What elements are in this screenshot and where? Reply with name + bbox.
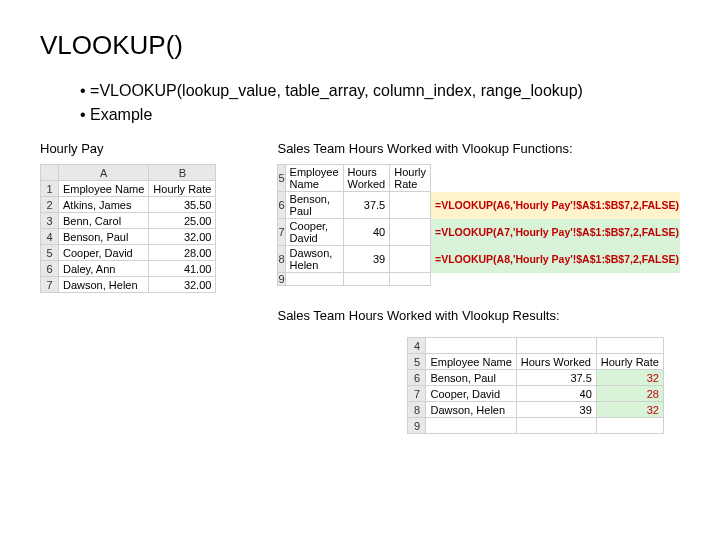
row-num: 9 bbox=[408, 418, 426, 434]
data-cell: 37.5 bbox=[343, 192, 390, 219]
data-cell: Benson, Paul bbox=[59, 229, 149, 245]
data-cell: Benn, Carol bbox=[59, 213, 149, 229]
empty-cell bbox=[596, 338, 663, 354]
header-cell: Hours Worked bbox=[516, 354, 596, 370]
header-cell: Employee Name bbox=[59, 181, 149, 197]
formula-suffix: ,'Hourly Pay'!$A$1:$B$7,2,FALSE) bbox=[510, 253, 679, 265]
row-num: 7 bbox=[41, 277, 59, 293]
formula-ref: A6 bbox=[497, 199, 510, 211]
row-num: 2 bbox=[41, 197, 59, 213]
row-num: 9 bbox=[278, 273, 285, 286]
row-num: 5 bbox=[278, 165, 285, 192]
table-functions: 5 Employee Name Hours Worked Hourly Rate… bbox=[277, 164, 680, 286]
page-title: VLOOKUP() bbox=[40, 30, 680, 61]
data-cell: Dawson, Helen bbox=[285, 246, 343, 273]
result-cell: 32 bbox=[596, 402, 663, 418]
data-cell: Benson, Paul bbox=[426, 370, 516, 386]
header-cell: Employee Name bbox=[285, 165, 343, 192]
data-cell: 40 bbox=[516, 386, 596, 402]
formula-ref: A7 bbox=[497, 226, 510, 238]
row-num: 3 bbox=[41, 213, 59, 229]
data-cell: 32.00 bbox=[149, 229, 216, 245]
data-cell: Daley, Ann bbox=[59, 261, 149, 277]
data-cell: Dawson, Helen bbox=[59, 277, 149, 293]
result-cell: 32 bbox=[596, 370, 663, 386]
table-results: 4 5Employee NameHours WorkedHourly Rate … bbox=[407, 337, 663, 434]
empty-cell bbox=[426, 338, 516, 354]
data-cell: Dawson, Helen bbox=[426, 402, 516, 418]
formula-cell: =VLOOKUP(A8,'Hourly Pay'!$A$1:$B$7,2,FAL… bbox=[431, 246, 680, 273]
empty-cell bbox=[516, 338, 596, 354]
header-cell: Hourly Rate bbox=[390, 165, 431, 192]
bullet-list: =VLOOKUP(lookup_value, table_array, colu… bbox=[80, 79, 680, 127]
data-cell: Cooper, David bbox=[59, 245, 149, 261]
corner-cell bbox=[41, 165, 59, 181]
data-cell: 35.50 bbox=[149, 197, 216, 213]
empty-cell bbox=[343, 273, 390, 286]
row-num: 6 bbox=[41, 261, 59, 277]
formula-ref: A8 bbox=[497, 253, 510, 265]
formula-prefix: =VLOOKUP( bbox=[435, 226, 497, 238]
row-num: 4 bbox=[408, 338, 426, 354]
col-header-a: A bbox=[59, 165, 149, 181]
result-cell: 28 bbox=[596, 386, 663, 402]
data-cell: 39 bbox=[516, 402, 596, 418]
data-cell: 40 bbox=[343, 219, 390, 246]
bullet-syntax: =VLOOKUP(lookup_value, table_array, colu… bbox=[80, 79, 680, 103]
empty-cell bbox=[390, 219, 431, 246]
label-functions: Sales Team Hours Worked with Vlookup Fun… bbox=[277, 141, 680, 156]
empty-cell bbox=[390, 246, 431, 273]
data-cell: 28.00 bbox=[149, 245, 216, 261]
data-cell: Benson, Paul bbox=[285, 192, 343, 219]
row-num: 8 bbox=[278, 246, 285, 273]
bullet-example: Example bbox=[80, 103, 680, 127]
col-header-b: B bbox=[149, 165, 216, 181]
table-hourly-pay: A B 1Employee NameHourly Rate 2Atkins, J… bbox=[40, 164, 216, 293]
header-cell: Hourly Rate bbox=[149, 181, 216, 197]
row-num: 6 bbox=[278, 192, 285, 219]
label-results: Sales Team Hours Worked with Vlookup Res… bbox=[277, 308, 680, 323]
formula-prefix: =VLOOKUP( bbox=[435, 199, 497, 211]
header-cell: Hourly Rate bbox=[596, 354, 663, 370]
row-num: 8 bbox=[408, 402, 426, 418]
header-cell: Hours Worked bbox=[343, 165, 390, 192]
data-cell: 41.00 bbox=[149, 261, 216, 277]
empty-cell bbox=[596, 418, 663, 434]
header-cell: Employee Name bbox=[426, 354, 516, 370]
label-hourly-pay: Hourly Pay bbox=[40, 141, 257, 156]
formula-cell: =VLOOKUP(A7,'Hourly Pay'!$A$1:$B$7,2,FAL… bbox=[431, 219, 680, 246]
formula-suffix: ,'Hourly Pay'!$A$1:$B$7,2,FALSE) bbox=[510, 199, 679, 211]
row-num: 6 bbox=[408, 370, 426, 386]
empty-cell bbox=[516, 418, 596, 434]
row-num: 7 bbox=[278, 219, 285, 246]
data-cell: Cooper, David bbox=[285, 219, 343, 246]
data-cell: 37.5 bbox=[516, 370, 596, 386]
spacer bbox=[431, 273, 680, 286]
empty-cell bbox=[390, 192, 431, 219]
row-num: 1 bbox=[41, 181, 59, 197]
empty-cell bbox=[285, 273, 343, 286]
data-cell: 32.00 bbox=[149, 277, 216, 293]
data-cell: Atkins, James bbox=[59, 197, 149, 213]
formula-prefix: =VLOOKUP( bbox=[435, 253, 497, 265]
row-num: 7 bbox=[408, 386, 426, 402]
spacer bbox=[431, 165, 680, 192]
row-num: 4 bbox=[41, 229, 59, 245]
row-num: 5 bbox=[41, 245, 59, 261]
formula-cell: =VLOOKUP(A6,'Hourly Pay'!$A$1:$B$7,2,FAL… bbox=[431, 192, 680, 219]
row-num: 5 bbox=[408, 354, 426, 370]
empty-cell bbox=[390, 273, 431, 286]
empty-cell bbox=[426, 418, 516, 434]
data-cell: 25.00 bbox=[149, 213, 216, 229]
formula-suffix: ,'Hourly Pay'!$A$1:$B$7,2,FALSE) bbox=[510, 226, 679, 238]
data-cell: 39 bbox=[343, 246, 390, 273]
data-cell: Cooper, David bbox=[426, 386, 516, 402]
